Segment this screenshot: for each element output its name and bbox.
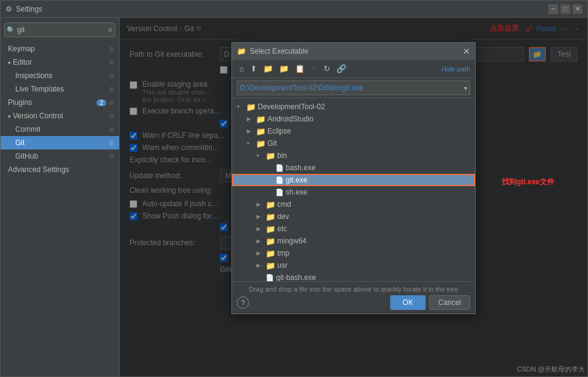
toolbar-buttons: ⌂ ⬆ 📁 📁 📋 ✕ ↻ 🔗	[237, 63, 349, 74]
version-control-label: Version Control	[13, 112, 63, 120]
plugins-badge: 2	[96, 99, 106, 106]
dev-expand: ▶	[256, 214, 264, 220]
bin-expand: ▾	[256, 153, 264, 159]
vc-settings-icon: ⚙	[109, 113, 114, 120]
androidstudio-label: AndroidStudio	[267, 115, 470, 123]
close-button[interactable]: ✕	[573, 4, 583, 14]
toolbar-link-button[interactable]: 🔗	[334, 63, 349, 74]
main-content: 🔍 ✕ Keymap ⚙ ▾Editor ⚙ Inspections ⚙	[1, 18, 587, 376]
modal-footer: Drag and drop a file into the space abov…	[232, 281, 475, 314]
git-expand: ▾	[247, 140, 254, 146]
file-tree[interactable]: ▾ 📁 DevelopmentTool-02 ▶ 📁 AndroidStudio	[232, 98, 475, 281]
tmp-folder-icon: 📁	[266, 249, 275, 258]
inspections-settings-icon: ⚙	[109, 73, 114, 79]
search-input[interactable]	[4, 23, 115, 37]
mingw64-expand: ▶	[256, 238, 264, 244]
cmd-folder-icon: 📁	[266, 200, 275, 209]
tree-item-usr[interactable]: ▶ 📁 usr	[232, 259, 475, 271]
devtool-expand: ▾	[237, 104, 244, 110]
commit-settings-icon: ⚙	[109, 126, 114, 133]
path-input-row: ▾	[232, 78, 475, 98]
git-folder-label: Git	[267, 139, 470, 148]
hide-path-button[interactable]: Hide path	[441, 65, 470, 73]
annotation-find-git: 找到git.exe文件	[502, 177, 554, 187]
drag-hint: Drag and drop a file into the space abov…	[237, 285, 470, 293]
tree-item-dev[interactable]: ▶ 📁 dev	[232, 210, 475, 223]
gitexe-file-icon: 📄	[275, 176, 284, 184]
tree-item-etc[interactable]: ▶ 📁 etc	[232, 223, 475, 235]
tree-item-eclipse[interactable]: ▶ 📁 Eclipse	[232, 125, 475, 137]
title-bar: ⚙ Settings ─ □ ✕	[1, 1, 587, 18]
cancel-button[interactable]: Cancel	[429, 295, 470, 310]
sidebar-item-live-templates[interactable]: Live Templates ⚙	[1, 82, 119, 96]
tmp-expand: ▶	[256, 250, 264, 256]
modal-title-bar: 📁 Select Executable ✕	[232, 43, 475, 60]
maximize-button[interactable]: □	[561, 4, 570, 14]
modal-buttons: ? OK Cancel	[237, 295, 470, 310]
gitbash-label: git-bash.exe	[276, 273, 470, 281]
tmp-label: tmp	[277, 249, 470, 257]
sidebar-item-editor[interactable]: ▾Editor ⚙	[1, 56, 119, 69]
tree-item-cmd[interactable]: ▶ 📁 cmd	[232, 198, 475, 210]
path-dropdown-button[interactable]: ▾	[464, 85, 467, 92]
toolbar-home-button[interactable]: ⌂	[237, 63, 247, 74]
usr-folder-icon: 📁	[266, 261, 275, 270]
tree-item-gitexe[interactable]: 📄 git.exe	[232, 174, 475, 186]
tree-item-bin[interactable]: ▾ 📁 bin	[232, 149, 475, 162]
toolbar-new-folder-button[interactable]: 📁	[261, 63, 275, 74]
tree-item-androidstudio[interactable]: ▶ 📁 AndroidStudio	[232, 113, 475, 125]
live-templates-label: Live Templates	[15, 85, 64, 93]
bin-label: bin	[277, 151, 470, 160]
etc-label: etc	[277, 224, 470, 233]
sidebar-item-keymap[interactable]: Keymap ⚙	[1, 42, 119, 56]
tree-item-bash[interactable]: 📄 bash.exe	[232, 162, 475, 174]
tree-item-devtool[interactable]: ▾ 📁 DevelopmentTool-02	[232, 101, 475, 113]
tree-item-git[interactable]: ▾ 📁 Git	[232, 137, 475, 149]
gitexe-label: git.exe	[286, 176, 470, 184]
tree-item-mingw64[interactable]: ▶ 📁 mingw64	[232, 235, 475, 247]
modal-title: Select Executable	[250, 47, 308, 56]
sidebar-item-advanced-settings[interactable]: Advanced Settings	[1, 163, 119, 176]
sidebar-item-plugins[interactable]: Plugins 2 ⚙	[1, 96, 119, 109]
toolbar-refresh-button[interactable]: ↻	[321, 63, 333, 74]
minimize-button[interactable]: ─	[548, 4, 558, 14]
modal-close-button[interactable]: ✕	[463, 46, 470, 56]
inspections-label: Inspections	[15, 71, 53, 80]
sidebar-item-version-control[interactable]: ▾Version Control ⚙	[1, 109, 119, 123]
git-settings-icon: ⚙	[109, 140, 114, 146]
sidebar-item-inspections[interactable]: Inspections ⚙	[1, 69, 119, 82]
toolbar-up-button[interactable]: ⬆	[248, 63, 260, 74]
mingw64-folder-icon: 📁	[266, 237, 275, 246]
git-folder-icon: 📁	[256, 139, 266, 148]
bash-file-icon: 📄	[275, 164, 284, 172]
sh-label: sh.exe	[286, 188, 470, 196]
search-wrapper: 🔍 ✕	[4, 23, 115, 37]
toolbar-copy-button[interactable]: 📋	[292, 63, 307, 74]
ok-button[interactable]: OK	[390, 295, 425, 310]
dev-folder-icon: 📁	[266, 212, 275, 221]
tree-item-sh[interactable]: 📄 sh.exe	[232, 186, 475, 198]
modal-folder-icon: 📁	[237, 47, 246, 56]
bash-label: bash.exe	[286, 163, 470, 172]
annotation-find-git-text: 找到git.exe文件	[502, 178, 554, 186]
modal-toolbar: ⌂ ⬆ 📁 📁 📋 ✕ ↻ 🔗 Hide path	[232, 60, 475, 78]
settings-icon: ⚙	[5, 5, 12, 13]
toolbar-folder2-button[interactable]: 📁	[277, 63, 291, 74]
sidebar-item-github[interactable]: GitHub ⚙	[1, 149, 119, 163]
tree-item-gitbash[interactable]: 📄 git-bash.exe	[232, 271, 475, 281]
git-label: Git	[15, 138, 24, 147]
usr-label: usr	[277, 261, 470, 270]
search-clear-icon[interactable]: ✕	[107, 26, 113, 34]
sidebar-item-git[interactable]: Git ⚙	[1, 136, 119, 149]
mingw64-label: mingw64	[277, 237, 470, 245]
modal-path-input[interactable]	[240, 84, 464, 92]
help-button[interactable]: ?	[237, 296, 249, 309]
sh-file-icon: 📄	[275, 188, 284, 196]
androidstudio-expand: ▶	[247, 116, 254, 122]
title-bar-left: ⚙ Settings	[5, 5, 42, 13]
advanced-settings-label: Advanced Settings	[8, 165, 69, 174]
tree-item-tmp[interactable]: ▶ 📁 tmp	[232, 247, 475, 259]
sidebar-item-commit[interactable]: Commit ⚙	[1, 123, 119, 136]
gitbash-file-icon: 📄	[266, 274, 274, 282]
toolbar-delete-button[interactable]: ✕	[308, 63, 320, 74]
